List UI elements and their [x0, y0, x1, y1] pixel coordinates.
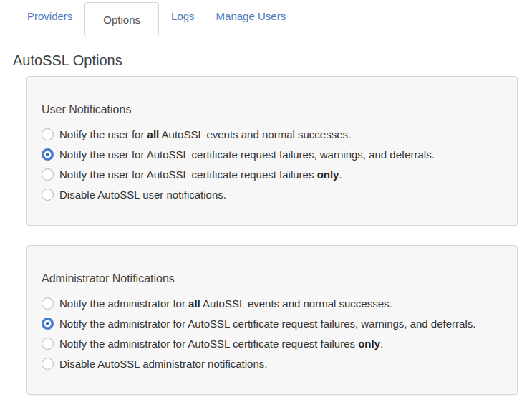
radio-label: Disable AutoSSL administrator notificati… [59, 356, 267, 372]
tab-options[interactable]: Options [84, 2, 159, 37]
radio-label: Disable AutoSSL user notifications. [59, 187, 226, 203]
radio-button[interactable] [42, 297, 54, 310]
radio-option-user-failures-warnings-deferrals[interactable]: Notify the user for AutoSSL certificate … [42, 145, 503, 165]
tab-manage-users-label: Manage Users [216, 10, 286, 22]
tab-providers-label: Providers [27, 10, 72, 22]
radio-label: Notify the administrator for all AutoSSL… [59, 296, 392, 312]
tab-bar: Providers Options Logs Manage Users [14, 0, 532, 32]
radio-button[interactable] [42, 358, 54, 370]
tab-logs[interactable]: Logs [160, 0, 205, 32]
radio-label: Notify the administrator for AutoSSL cer… [59, 316, 475, 332]
radio-option-user-disable[interactable]: Disable AutoSSL user notifications. [42, 185, 503, 205]
radio-button[interactable] [42, 128, 54, 140]
radio-option-admin-all[interactable]: Notify the administrator for all AutoSSL… [42, 294, 503, 314]
tab-logs-label: Logs [171, 10, 195, 22]
tab-manage-users[interactable]: Manage Users [205, 0, 297, 32]
radio-option-admin-failures-warnings-deferrals[interactable]: Notify the administrator for AutoSSL cer… [42, 314, 503, 334]
radio-button[interactable] [42, 148, 54, 161]
radio-option-admin-failures-only[interactable]: Notify the administrator for AutoSSL cer… [42, 334, 503, 354]
tab-options-label: Options [103, 14, 140, 26]
page-title: AutoSSL Options [13, 50, 532, 70]
radio-option-user-failures-only[interactable]: Notify the user for AutoSSL certificate … [42, 165, 503, 185]
radio-label: Notify the administrator for AutoSSL cer… [59, 336, 383, 352]
radio-button[interactable] [42, 189, 54, 201]
radio-option-user-all[interactable]: Notify the user for all AutoSSL events a… [42, 125, 503, 145]
admin-notifications-panel: Administrator Notifications Notify the a… [26, 245, 518, 395]
radio-label: Notify the user for all AutoSSL events a… [59, 127, 351, 143]
radio-label: Notify the user for AutoSSL certificate … [59, 167, 342, 183]
admin-notifications-heading: Administrator Notifications [42, 271, 503, 287]
user-notifications-heading: User Notifications [42, 102, 503, 118]
radio-button[interactable] [42, 318, 54, 330]
tab-providers[interactable]: Providers [16, 0, 83, 32]
radio-option-admin-disable[interactable]: Disable AutoSSL administrator notificati… [42, 354, 503, 374]
radio-button[interactable] [42, 168, 54, 181]
user-notifications-panel: User Notifications Notify the user for a… [26, 76, 518, 226]
radio-label: Notify the user for AutoSSL certificate … [59, 147, 435, 163]
radio-button[interactable] [42, 338, 54, 350]
